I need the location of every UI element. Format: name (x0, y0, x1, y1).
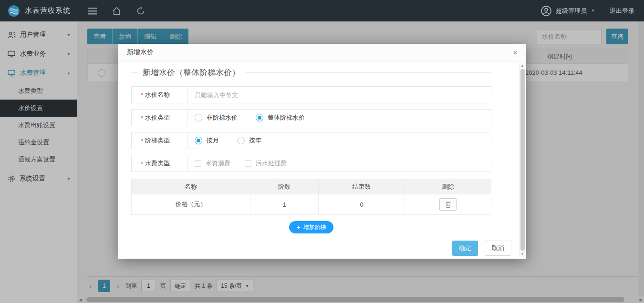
field-label: 水价类型 (145, 113, 170, 122)
required-mark: * (141, 160, 143, 167)
checkbox-unchecked-icon (195, 160, 201, 167)
tier-table-row: 价格（元） 1 0 (132, 194, 491, 215)
scroll-up-icon[interactable]: ▲ (521, 62, 524, 69)
modal-scroll-thumb[interactable] (520, 69, 525, 251)
option-label: 整体阶梯水价 (268, 113, 305, 122)
home-icon[interactable] (112, 7, 121, 15)
radio-overall-tiered-price[interactable]: 整体阶梯水价 (256, 113, 305, 122)
option-label: 水资源费 (206, 159, 230, 168)
tier-end-cell[interactable]: 0 (319, 194, 405, 215)
checkbox-unchecked-icon (245, 160, 251, 167)
app-root: 水表营收系统 超级管理员 ▼ 退出登录 (0, 0, 644, 303)
user-name[interactable]: 超级管理员 (556, 7, 587, 15)
app-title: 水表营收系统 (25, 6, 71, 15)
delete-tier-button[interactable] (439, 198, 457, 211)
col-name-header: 名称 (132, 179, 250, 194)
col-tier-header: 阶数 (250, 179, 318, 194)
required-mark: * (141, 114, 143, 121)
modal-titlebar: 新增水价 × (118, 44, 526, 61)
radio-by-month[interactable]: 按月 (195, 136, 219, 145)
modal-scrollbar[interactable]: ▲ ▼ (519, 62, 525, 257)
logout-button[interactable]: 退出登录 (610, 7, 634, 15)
tier-table-header-row: 名称 阶数 结束数 删除 (132, 179, 491, 194)
field-label: 水费类型 (145, 159, 170, 168)
refresh-icon[interactable] (136, 7, 145, 15)
field-row-price-type: * 水价类型 非阶梯水价 整体阶梯水价 (131, 109, 491, 126)
header-nav (88, 7, 145, 15)
header-user-area: 超级管理员 ▼ 退出登录 (541, 6, 634, 16)
water-price-name-input[interactable] (195, 91, 476, 99)
checkbox-sewage-treatment-fee[interactable]: 污水处理费 (245, 159, 287, 168)
app-logo-icon (8, 5, 20, 17)
field-label: 水价名称 (145, 91, 170, 99)
section-legend: 新增水价（整体阶梯水价） (131, 66, 491, 79)
modal-footer: 确定 取消 (118, 237, 519, 259)
col-end-header: 结束数 (319, 179, 405, 194)
col-delete-header: 删除 (405, 179, 491, 194)
option-label: 非阶梯水价 (207, 113, 238, 122)
modal-title: 新增水价 (127, 48, 154, 57)
required-mark: * (141, 91, 143, 99)
radio-checked-icon (195, 137, 202, 144)
radio-checked-icon (256, 114, 263, 121)
field-row-name: * 水价名称 (131, 86, 491, 103)
option-label: 污水处理费 (256, 159, 287, 168)
confirm-button[interactable]: 确定 (452, 241, 478, 256)
close-icon[interactable]: × (513, 49, 518, 57)
radio-non-tiered-price[interactable]: 非阶梯水价 (195, 113, 238, 122)
checkbox-water-resource-fee[interactable]: 水资源费 (195, 159, 230, 168)
field-row-tier-type: * 阶梯类型 按月 按年 (131, 132, 491, 149)
option-label: 按月 (207, 136, 219, 145)
add-water-price-modal: 新增水价 × 新增水价（整体阶梯水价） * 水价名称 * (118, 44, 526, 259)
scroll-down-icon[interactable]: ▼ (521, 251, 524, 257)
tier-delete-cell (405, 194, 491, 215)
menu-toggle-icon[interactable] (88, 7, 97, 15)
field-label: 阶梯类型 (145, 136, 170, 145)
trash-icon (446, 202, 451, 208)
avatar-icon (541, 6, 551, 16)
radio-by-year[interactable]: 按年 (237, 136, 261, 145)
tier-table: 名称 阶数 结束数 删除 价格（元） 1 0 (131, 179, 491, 215)
radio-unchecked-icon (195, 114, 202, 121)
cancel-button[interactable]: 取消 (485, 241, 511, 256)
top-header: 水表营收系统 超级管理员 ▼ 退出登录 (0, 0, 644, 21)
option-label: 按年 (249, 136, 261, 145)
plus-icon: + (296, 223, 300, 231)
modal-body: 新增水价（整体阶梯水价） * 水价名称 * 水价类型 (131, 61, 491, 237)
section-title: 新增水价（整体阶梯水价） (143, 67, 240, 78)
tier-name-cell: 价格（元） (132, 194, 250, 215)
add-tier-label: 增加阶梯 (303, 223, 326, 232)
required-mark: * (141, 137, 143, 144)
add-tier-button[interactable]: + 增加阶梯 (289, 221, 333, 233)
tier-number-cell[interactable]: 1 (250, 194, 318, 215)
field-row-fee-type: * 水费类型 水资源费 污水处理费 (131, 155, 491, 172)
radio-unchecked-icon (237, 137, 245, 144)
user-caret-down-icon[interactable]: ▼ (591, 9, 595, 13)
